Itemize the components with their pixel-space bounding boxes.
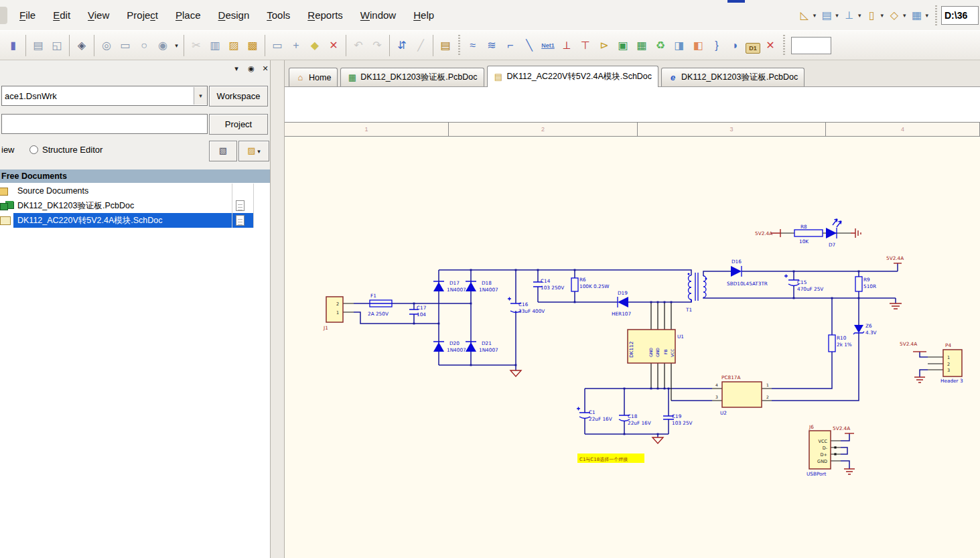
diodes[interactable] (433, 228, 863, 399)
menu-tools[interactable]: Tools (258, 1, 299, 30)
chevron-down-icon[interactable]: ▾ (903, 12, 906, 19)
sch-label[interactable]: 4.3V (865, 330, 877, 336)
menu-window[interactable]: Window (352, 1, 405, 30)
sch-label[interactable]: U1 (677, 334, 684, 340)
update-parts-icon[interactable]: ♻ (652, 35, 669, 56)
sch-label[interactable]: 2 (336, 301, 339, 307)
wires[interactable] (354, 263, 928, 469)
sch-label[interactable]: D- (823, 445, 828, 451)
place-bus-icon[interactable]: ≋ (483, 35, 500, 56)
sch-label[interactable]: C17 (417, 305, 427, 311)
sch-label[interactable]: 33uF 400V (518, 308, 545, 314)
sch-label[interactable]: D21 (482, 340, 492, 346)
sch-label[interactable]: C1 (589, 409, 596, 415)
place-port-icon[interactable]: ⊳ (596, 35, 613, 56)
sch-label[interactable]: Header 3 (940, 378, 963, 384)
panel-open-button[interactable]: ▨ ▾ (238, 141, 269, 161)
sch-label[interactable]: D17 (449, 280, 460, 286)
tree-row-label[interactable]: DK112_DK1203验证板.PcbDoc (13, 198, 253, 213)
sch-label[interactable]: 10K (799, 238, 809, 245)
sch-label[interactable]: 103 250V (541, 285, 564, 291)
align-tool-icon[interactable]: ▤ (819, 7, 835, 24)
sch-label[interactable]: VCC (818, 439, 827, 444)
tree-group-header[interactable]: Free Documents (0, 169, 270, 183)
place-device-sheet-icon[interactable]: ◧ (689, 35, 707, 56)
sch-label[interactable]: 5V2.4A (833, 425, 850, 431)
sch-label[interactable]: D20 (449, 340, 460, 346)
sch-label[interactable]: 1 (766, 382, 769, 387)
toolbar-handle[interactable] (935, 5, 937, 25)
zoom-selected-icon[interactable]: ○ (135, 35, 153, 56)
menu-place[interactable]: Place (167, 1, 210, 30)
sch-label[interactable]: 3 (947, 368, 950, 373)
toolbar-handle[interactable] (783, 35, 785, 56)
menu-view[interactable]: View (79, 1, 118, 30)
zoom-points-icon[interactable]: ◉ (154, 35, 171, 56)
zoom-dropdown-arrow[interactable]: ▾ (172, 42, 181, 49)
save-icon[interactable]: ▮ (5, 35, 22, 56)
menu-design[interactable]: Design (210, 1, 259, 30)
place-vcc-port-icon[interactable]: ⊤ (577, 35, 594, 56)
sch-label[interactable]: 100K 0.25W (579, 283, 610, 289)
chevron-down-icon[interactable]: ▾ (858, 12, 861, 19)
sch-label[interactable]: 22uF 16V (589, 416, 612, 422)
schematic-viewport[interactable]: 1234 (285, 87, 980, 558)
sch-label[interactable]: 470uF 25V (797, 286, 823, 292)
sch-label[interactable]: 4 (715, 382, 718, 387)
move-selection-icon[interactable]: + (287, 35, 305, 56)
chevron-down-icon[interactable]: ▾ (813, 12, 817, 19)
document-path-box[interactable]: D:\36 (941, 6, 979, 25)
sch-label[interactable]: 1 (947, 355, 950, 360)
sch-label[interactable]: 2 (766, 395, 769, 399)
chevron-down-icon[interactable]: ▾ (880, 12, 884, 19)
toolbar-handle[interactable] (458, 35, 460, 56)
browse-library-icon[interactable]: ▤ (437, 35, 454, 56)
menu-file[interactable]: File (11, 1, 44, 30)
sch-label[interactable]: R6 (579, 277, 586, 283)
tree-row-label[interactable]: Source Documents (13, 184, 253, 198)
place-harness-entry-icon[interactable]: ◗ (727, 35, 744, 56)
menu-reports[interactable]: Reports (299, 1, 352, 30)
sch-label[interactable]: J1 (323, 325, 328, 331)
sch-label[interactable]: R8 (800, 224, 807, 230)
menu-help[interactable]: Help (405, 1, 443, 30)
workspace-button[interactable]: Workspace (209, 86, 268, 107)
open-document-icon[interactable]: ◈ (73, 35, 90, 56)
sch-label[interactable]: C19 (672, 413, 682, 419)
sch-label[interactable]: C14 (541, 278, 551, 284)
sch-label[interactable]: 103 25V (672, 420, 693, 426)
sch-label[interactable]: C15 (797, 279, 807, 285)
place-sheet-symbol-icon[interactable]: ▦ (633, 35, 650, 56)
sch-label[interactable]: HER107 (612, 311, 631, 317)
sch-label[interactable]: 1N4007 (447, 347, 466, 353)
sch-label[interactable]: 2A 250V (368, 311, 389, 317)
sch-label[interactable]: 1 (336, 310, 339, 316)
sch-label[interactable]: VCC (670, 349, 675, 357)
zoom-area-icon[interactable]: ▭ (117, 35, 134, 56)
address-input[interactable] (791, 37, 831, 54)
sch-label[interactable]: GND (817, 459, 827, 464)
tree-row-label[interactable]: DK112_AC220V转5V2.4A模块.SchDoc (13, 213, 253, 228)
sch-label[interactable]: C16 (518, 301, 529, 307)
tab-pcbdoc-web[interactable]: eDK112_DK1203验证板.PcbDoc (661, 68, 804, 86)
polygon-tool-icon[interactable]: ◇ (886, 7, 902, 24)
power-port-tool-icon[interactable]: ⟂ (841, 7, 857, 24)
document-status-icon[interactable] (236, 200, 244, 211)
sch-label[interactable]: 510R (863, 283, 876, 289)
place-net-label-icon[interactable]: Net1 (539, 35, 557, 56)
file-view-radio-label[interactable]: iew (1, 145, 15, 155)
selection-filter-icon[interactable]: ◆ (306, 35, 324, 56)
sch-label[interactable]: USBPort (807, 471, 827, 477)
sch-label[interactable]: F1 (370, 293, 376, 299)
place-designator-icon[interactable]: D1 (746, 43, 760, 54)
sch-label[interactable]: 1N4007 (479, 347, 498, 353)
sch-label[interactable]: 2k 1% (837, 342, 852, 348)
component-tool-icon[interactable]: ▯ (863, 7, 880, 24)
place-bus-entry-icon[interactable]: ╲ (520, 35, 538, 56)
sch-label[interactable]: 1N4007 (447, 287, 466, 293)
sch-label[interactable]: GND (648, 348, 653, 357)
sch-label[interactable]: D16 (731, 259, 742, 265)
tab-schdoc[interactable]: ▤DK112_AC220V转5V2.4A模块.SchDoc (487, 66, 659, 87)
sch-label[interactable]: C1与C18选择一个焊接 (579, 457, 628, 462)
sch-label[interactable]: FB (663, 349, 668, 354)
